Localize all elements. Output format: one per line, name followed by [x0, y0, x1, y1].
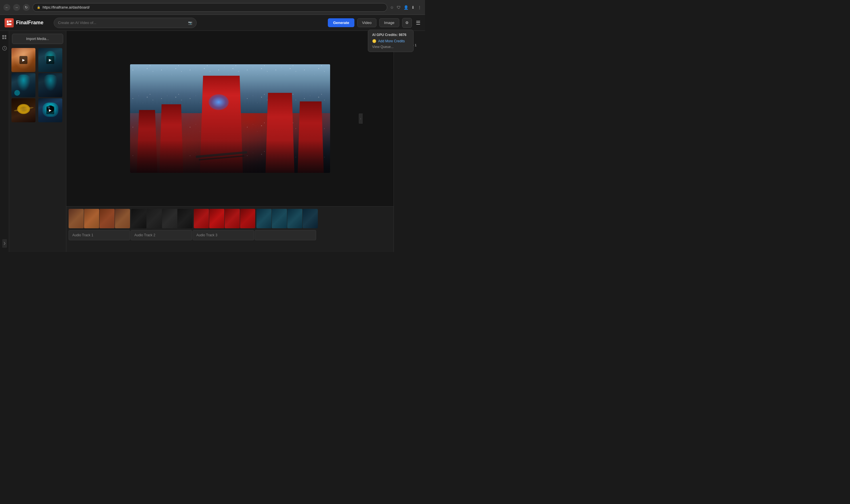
svg-rect-1 — [9, 21, 12, 22]
video-strip-3[interactable] — [194, 209, 255, 228]
url-bar[interactable]: 🔒 https://finalframe.ai/dashboard/ — [33, 3, 387, 12]
camera-icon[interactable]: 📷 — [188, 21, 192, 25]
video-strip-1[interactable] — [69, 209, 130, 228]
search-input[interactable] — [58, 21, 186, 25]
url-text: https://finalframe.ai/dashboard/ — [42, 5, 90, 10]
svg-rect-0 — [7, 21, 8, 23]
main-content: › — [66, 31, 393, 252]
svg-rect-2 — [7, 23, 12, 25]
forward-button[interactable]: → — [13, 4, 20, 11]
profile-icon[interactable]: 👤 — [404, 5, 408, 10]
svg-rect-4 — [4, 35, 6, 37]
video-strip-container — [66, 206, 393, 228]
gear-icon: ⚙ — [405, 21, 409, 25]
media-thumb-1[interactable]: ▶ — [12, 48, 35, 72]
browser-chrome: ← → ↻ 🔒 https://finalframe.ai/dashboard/… — [0, 0, 425, 15]
play-overlay-1: ▶ — [19, 56, 28, 64]
chevron-right-icon: › — [360, 117, 361, 120]
main-layout: Import Media... ▶ ▶ — [0, 31, 425, 252]
logo-text: FinalFrame — [16, 20, 43, 26]
video-strip-2[interactable] — [131, 209, 193, 228]
search-bar[interactable]: 📷 — [54, 18, 197, 28]
hamburger-button[interactable]: ☰ — [416, 20, 421, 26]
download-icon[interactable]: ⬇ — [411, 5, 415, 10]
media-thumb-3[interactable] — [12, 73, 35, 97]
video-image — [130, 64, 330, 173]
svg-rect-3 — [2, 35, 4, 37]
media-grid: ▶ ▶ — [9, 47, 66, 123]
lock-icon: 🔒 — [37, 6, 40, 9]
preview-expand-arrow[interactable]: › — [359, 113, 363, 124]
logo-icon — [4, 18, 14, 28]
media-thumb-2[interactable]: ▶ — [38, 48, 62, 72]
media-thumb-6[interactable]: ▶ — [38, 98, 62, 122]
left-sidebar — [0, 31, 9, 252]
audio-track-2[interactable]: Audio Track 2 — [130, 230, 192, 240]
view-queue-button[interactable]: View Queue... — [372, 45, 409, 49]
audio-track-1[interactable]: Audio Track 1 — [69, 230, 130, 240]
star-icon[interactable]: ☆ — [390, 5, 394, 10]
app-header: FinalFrame 📷 Generate Video Image ⚙ ☰ AI… — [0, 15, 425, 31]
shield-icon[interactable]: 🛡 — [397, 5, 401, 10]
svg-rect-6 — [4, 37, 6, 39]
play-overlay-2: ▶ — [46, 56, 54, 64]
video-strip-4[interactable] — [256, 209, 318, 228]
logo-area: FinalFrame — [4, 18, 43, 28]
audio-track-3[interactable]: Audio Track 3 — [193, 230, 254, 240]
coin-icon: 🪙 — [372, 39, 376, 43]
refresh-button[interactable]: ↻ — [23, 4, 30, 11]
video-preview-area: › — [66, 31, 393, 206]
timeline-area: Audio Track 1 Audio Track 2 Audio Track … — [66, 206, 393, 252]
import-media-button[interactable]: Import Media... — [12, 34, 63, 44]
browser-menu-icon[interactable]: ⋮ — [418, 5, 422, 10]
video-button[interactable]: Video — [357, 18, 376, 27]
media-panel: Import Media... ▶ ▶ — [9, 31, 66, 252]
settings-button[interactable]: ⚙ — [402, 18, 412, 28]
audio-track-4[interactable] — [255, 230, 316, 240]
sidebar-expand-button[interactable] — [2, 239, 7, 249]
media-thumb-5[interactable] — [12, 98, 35, 122]
credits-dropdown: AI GPU Credits: 9876 🪙 Add More Credits … — [368, 30, 413, 52]
sidebar-icon-history[interactable] — [1, 45, 8, 51]
svg-rect-8 — [2, 239, 7, 248]
media-thumb-4[interactable] — [38, 73, 62, 97]
svg-rect-5 — [2, 37, 4, 39]
generate-button[interactable]: Generate — [328, 18, 354, 27]
credits-title: AI GPU Credits: 9876 — [372, 33, 409, 37]
back-button[interactable]: ← — [3, 4, 10, 11]
image-button[interactable]: Image — [379, 18, 399, 27]
add-credits-button[interactable]: 🪙 Add More Credits — [372, 39, 409, 43]
video-preview — [130, 64, 330, 173]
browser-right-icons: ☆ 🛡 👤 ⬇ ⋮ — [390, 5, 422, 10]
play-overlay-6: ▶ — [46, 106, 54, 114]
header-right: Generate Video Image ⚙ ☰ — [328, 18, 421, 28]
right-panel: Video Intro Video Scene 1 — [393, 31, 425, 252]
audio-tracks-row: Audio Track 1 Audio Track 2 Audio Track … — [66, 228, 393, 242]
sidebar-icon-grid[interactable] — [1, 34, 8, 40]
